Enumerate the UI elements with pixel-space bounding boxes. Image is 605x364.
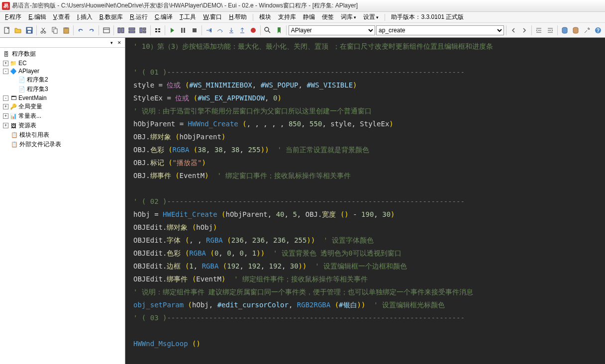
indent-right-button[interactable] <box>545 25 555 36</box>
open-file-button[interactable] <box>13 25 23 36</box>
menu-extra[interactable]: 支持库 <box>275 12 299 22</box>
code-line: StyleEx = 位或 (#WS_EX_APPWINDOW, 0) <box>125 91 605 104</box>
tree-item[interactable]: +🖼资源表 <box>1 121 124 130</box>
code-line: ' ( 01 )--------------------------------… <box>125 66 605 79</box>
svg-rect-12 <box>118 28 120 33</box>
tree-toggle-icon[interactable]: - <box>3 69 8 74</box>
pause-button[interactable] <box>178 25 188 36</box>
menu-b[interactable]: B.数据库 <box>97 12 126 22</box>
code-line: OBJ.绑对象 (hObjParent) <box>125 130 605 143</box>
code-line <box>125 324 605 337</box>
code-line: ' 说明：绑定组件事件 建议绑定所属窗口同一个事件类，便于管理；也可以单独绑定一… <box>125 285 605 298</box>
re-layout-button[interactable] <box>153 25 163 36</box>
svg-rect-9 <box>65 27 68 29</box>
tree-item[interactable]: -🗔EventMain <box>1 94 124 102</box>
breakpoint-button[interactable] <box>248 25 258 36</box>
tree-node-icon: 📋 <box>10 132 18 139</box>
tree-node-icon: 🔑 <box>9 103 17 110</box>
menu-i[interactable]: I.插入 <box>74 12 96 22</box>
save-button[interactable] <box>24 25 34 36</box>
menu-c[interactable]: C.编译 <box>152 12 176 22</box>
class-selector[interactable]: APlayer <box>289 25 375 35</box>
tree-item-label: 模块引用表 <box>19 131 49 139</box>
code-line: ' ( 02 )--------------------------------… <box>125 195 605 208</box>
tree-item[interactable]: +🔑全局变量 <box>1 102 124 111</box>
tools-button[interactable] <box>582 25 592 36</box>
cut-button[interactable] <box>39 25 49 36</box>
code-line: hObjParent = HWWnd_Create (, , , , , 850… <box>125 117 605 130</box>
tree-toggle-icon[interactable]: - <box>3 95 8 101</box>
menu-e[interactable]: E.编辑 <box>25 12 49 22</box>
menu-dropdown[interactable]: 词库 <box>338 12 359 22</box>
tree-root[interactable]: 🗄 程序数据 <box>1 49 124 59</box>
copy-button[interactable] <box>50 25 60 36</box>
sidebar-dropdown-icon[interactable]: ▾ <box>108 39 115 46</box>
step-out-button[interactable] <box>237 25 247 36</box>
svg-rect-13 <box>121 28 124 33</box>
tree-toggle-icon[interactable]: + <box>3 61 8 66</box>
tree-node-icon: 📄 <box>18 86 26 93</box>
menu-f[interactable]: F.程序 <box>2 12 24 22</box>
step-into-button[interactable] <box>226 25 236 36</box>
stop-button[interactable] <box>189 25 199 36</box>
step-button[interactable] <box>204 25 214 36</box>
tree-item[interactable]: +📊常量表... <box>1 111 124 121</box>
paste-button[interactable] <box>61 25 71 36</box>
db-button[interactable] <box>560 25 570 36</box>
code-line: style = 位或 (#WS_MINIMIZEBOX, #WS_POPUP, … <box>125 79 605 91</box>
layout3-button[interactable] <box>138 25 148 36</box>
tree-toggle-icon[interactable]: + <box>3 113 8 119</box>
svg-point-30 <box>265 27 269 31</box>
redo-button[interactable] <box>87 25 97 36</box>
tree-item-label: EC <box>18 60 27 67</box>
undo-button[interactable] <box>76 25 86 36</box>
tree-item[interactable]: 📄程序集2 <box>1 75 124 85</box>
menu-extra[interactable]: 模块 <box>256 12 274 22</box>
sidebar: ▾ ✕ 🗄 程序数据 +📁EC-🔷APlayer📄程序集2📄程序集3-🗔Even… <box>0 38 125 364</box>
menu-extra[interactable]: 便签 <box>319 12 337 22</box>
code-line: OBJEdit.字体 (, , RGBA (236, 236, 236, 255… <box>125 234 605 247</box>
tree-item[interactable]: 📋外部文件记录表 <box>1 140 124 149</box>
svg-rect-20 <box>158 28 160 30</box>
db2-button[interactable] <box>571 25 581 36</box>
tree-toggle-icon[interactable]: + <box>3 104 8 109</box>
method-selector[interactable]: ap_create <box>376 25 504 35</box>
menu-r[interactable]: R.运行 <box>127 12 151 22</box>
window-view-button[interactable] <box>101 25 111 36</box>
layout1-button[interactable] <box>116 25 126 36</box>
menu-v[interactable]: V.查看 <box>50 12 73 22</box>
menu-t[interactable]: T.工具 <box>177 12 199 22</box>
indent-left-button[interactable] <box>534 25 544 36</box>
title-bar: 易 易语言-加密狗版 - C:\Users\HuoweiNet\OneDrive… <box>0 0 605 12</box>
run-button[interactable] <box>167 25 177 36</box>
tree-node-icon: 🔷 <box>9 68 17 75</box>
svg-rect-25 <box>193 28 197 32</box>
tree-item[interactable]: 📄程序集3 <box>1 85 124 94</box>
sidebar-close-icon[interactable]: ✕ <box>116 39 123 46</box>
code-line <box>125 182 605 195</box>
tree-node-icon: 📁 <box>9 60 17 67</box>
menu-h[interactable]: H.帮助 <box>226 12 250 22</box>
menu-dropdown[interactable]: 设置 <box>360 12 382 22</box>
prev-button[interactable] <box>508 25 518 36</box>
tree-item[interactable]: -🔷APlayer <box>1 67 124 75</box>
tree-node-icon: 📋 <box>10 141 18 148</box>
find-button[interactable] <box>263 25 273 36</box>
help-icon[interactable]: ? <box>593 25 603 36</box>
svg-rect-16 <box>140 28 142 33</box>
new-file-button[interactable] <box>2 25 12 36</box>
tree-item-label: APlayer <box>18 68 39 75</box>
tree-toggle-icon[interactable]: + <box>3 123 8 128</box>
tree-item[interactable]: 📋模块引用表 <box>1 130 124 140</box>
menu-extra[interactable]: 静编 <box>300 12 318 22</box>
tree-item[interactable]: +📁EC <box>1 59 124 67</box>
code-line: OBJEdit.边框 (1, RGBA (192, 192, 192, 30))… <box>125 260 605 273</box>
code-editor[interactable]: ' 10）第（3）步按钮添加功能：最大化、最小化、关闭、置顶 ；在窗口尺寸改变时… <box>125 38 605 364</box>
bookmark-button[interactable] <box>274 25 284 36</box>
step-over-button[interactable] <box>215 25 225 36</box>
code-line: OBJEdit.色彩 (RGBA (0, 0, 0, 1)) ' 设置背景色 透… <box>125 247 605 260</box>
next-button[interactable] <box>519 25 529 36</box>
layout2-button[interactable] <box>127 25 137 36</box>
menu-w[interactable]: W.窗口 <box>200 12 225 22</box>
tree-item-label: EventMain <box>18 94 47 101</box>
